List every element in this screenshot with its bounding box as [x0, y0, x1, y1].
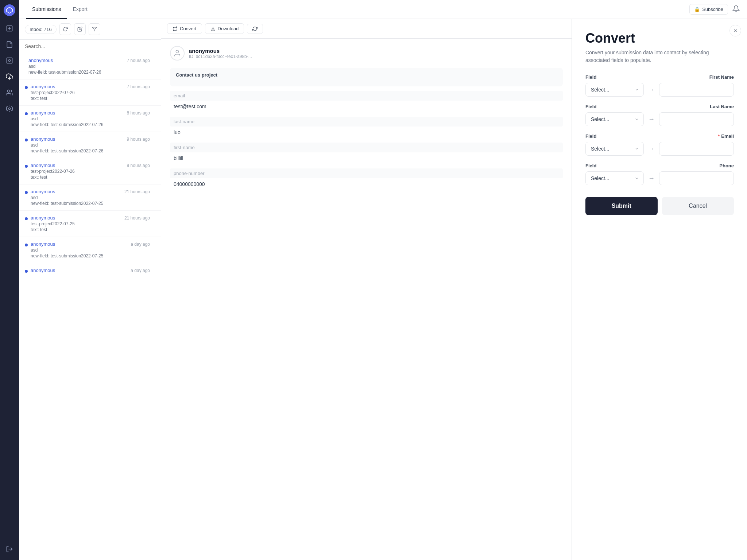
svg-point-8: [9, 108, 11, 110]
phone-input[interactable]: [659, 171, 734, 185]
edit-button[interactable]: [74, 23, 86, 35]
refresh-button[interactable]: [59, 23, 71, 35]
inbox-badge: Inbox: 716: [25, 25, 57, 34]
nav-tabs: Submissions Export: [26, 0, 93, 19]
convert-field-row-lastname: Field Last Name Select... →: [585, 104, 734, 126]
field-group-email: email test@test.com: [170, 91, 563, 111]
unread-dot: [25, 112, 28, 115]
svg-point-7: [7, 90, 10, 93]
sidebar-icon-submissions[interactable]: [3, 70, 16, 83]
sidebar-icon-settings[interactable]: [3, 102, 16, 115]
field-select-lastname[interactable]: Select...: [585, 112, 644, 126]
lastname-input[interactable]: [659, 112, 734, 126]
firstname-input[interactable]: [659, 83, 734, 97]
sidebar-icon-add[interactable]: [3, 22, 16, 35]
nav-actions: 🔒 Subscribe: [689, 4, 740, 15]
detail-toolbar: Convert Download: [161, 19, 572, 39]
tab-export[interactable]: Export: [67, 0, 93, 19]
arrow-icon: →: [648, 175, 655, 182]
refresh-detail-button[interactable]: [247, 24, 263, 34]
arrow-icon: →: [648, 145, 655, 153]
app-logo: [4, 4, 15, 16]
convert-panel: ✕ Convert Convert your submission data i…: [572, 19, 747, 560]
field-group-lastname: last-name luo: [170, 117, 563, 137]
filter-button[interactable]: [89, 23, 100, 35]
submissions-panel: Inbox: 716: [19, 19, 161, 560]
arrow-icon: →: [648, 116, 655, 123]
close-button[interactable]: ✕: [729, 25, 741, 36]
field-group-phone: phone-number 04000000000: [170, 168, 563, 188]
convert-field-row-phone: Field Phone Select... →: [585, 163, 734, 185]
svg-marker-10: [92, 27, 97, 31]
sidebar-icon-users[interactable]: [3, 86, 16, 99]
lock-icon: 🔒: [694, 7, 700, 12]
svg-point-5: [9, 60, 11, 62]
unread-dot: [25, 139, 28, 141]
field-group-firstname: first-name billill: [170, 143, 563, 163]
field-select-firstname[interactable]: Select...: [585, 83, 644, 97]
list-item[interactable]: anonymous 7 hours ago test-project2022-0…: [19, 79, 161, 106]
user-name: anonymous: [189, 48, 252, 54]
search-bar: [19, 40, 161, 53]
list-item[interactable]: anonymous a day ago 🗑: [19, 263, 161, 278]
unread-dot: [25, 244, 28, 246]
sidebar: [0, 0, 19, 560]
submissions-list: anonymous 7 hours ago asd new-field: tes…: [19, 53, 161, 560]
notification-bell-icon[interactable]: [732, 5, 740, 13]
unread-dot: [25, 270, 28, 273]
field-select-phone[interactable]: Select...: [585, 171, 644, 185]
unread-dot: [25, 217, 28, 220]
list-item[interactable]: anonymous 21 hours ago asd new-field: te…: [19, 184, 161, 211]
detail-panel: Convert Download anonymous ID:: [161, 19, 572, 560]
convert-field-row-firstname: Field First Name Select... →: [585, 74, 734, 97]
cancel-button[interactable]: Cancel: [662, 197, 734, 215]
svg-marker-0: [7, 7, 13, 13]
search-input[interactable]: [25, 43, 155, 49]
list-item[interactable]: anonymous a day ago asd new-field: test-…: [19, 237, 161, 263]
required-star: *: [718, 133, 720, 139]
content-area: Inbox: 716: [19, 19, 747, 560]
project-label: Contact us project: [176, 72, 557, 78]
list-item[interactable]: anonymous 7 hours ago asd new-field: tes…: [19, 53, 161, 79]
avatar: [170, 46, 185, 61]
tab-submissions[interactable]: Submissions: [26, 0, 67, 19]
close-icon: ✕: [734, 28, 738, 34]
detail-content: anonymous ID: dc11d62a-f3cc-4e01-a98b-..…: [161, 39, 572, 560]
field-select-email[interactable]: Select...: [585, 142, 644, 156]
download-button[interactable]: Download: [205, 23, 244, 34]
arrow-icon: →: [648, 86, 655, 94]
list-item[interactable]: anonymous 8 hours ago asd new-field: tes…: [19, 106, 161, 132]
sidebar-icon-logout[interactable]: [3, 542, 16, 556]
convert-description: Convert your submission data into contac…: [585, 49, 734, 64]
sidebar-icon-upload[interactable]: [3, 54, 16, 67]
svg-rect-4: [7, 58, 12, 63]
list-item[interactable]: anonymous 9 hours ago asd new-field: tes…: [19, 132, 161, 158]
submit-button[interactable]: Submit: [585, 197, 658, 215]
submission-user: anonymous ID: dc11d62a-f3cc-4e01-a98b-..…: [170, 46, 563, 61]
sidebar-icon-document[interactable]: [3, 38, 16, 51]
convert-title: Convert: [585, 31, 734, 46]
submissions-header: Inbox: 716: [19, 19, 161, 40]
email-input[interactable]: [659, 142, 734, 156]
unread-dot: [25, 165, 28, 168]
svg-point-12: [176, 50, 178, 53]
unread-dot: [25, 86, 28, 89]
list-item[interactable]: anonymous 9 hours ago test-project2022-0…: [19, 158, 161, 184]
user-id: ID: dc11d62a-f3cc-4e01-a98b-...: [189, 54, 252, 59]
convert-field-row-email: Field *Email Select... →: [585, 133, 734, 156]
unread-dot: [25, 191, 28, 194]
list-item[interactable]: anonymous 21 hours ago test-project2022-…: [19, 211, 161, 237]
convert-actions: Submit Cancel: [585, 197, 734, 215]
subscribe-button[interactable]: 🔒 Subscribe: [689, 4, 728, 15]
main-content: Submissions Export 🔒 Subscribe Inbox: 71…: [19, 0, 747, 560]
convert-button[interactable]: Convert: [167, 23, 202, 34]
top-navigation: Submissions Export 🔒 Subscribe: [19, 0, 747, 19]
